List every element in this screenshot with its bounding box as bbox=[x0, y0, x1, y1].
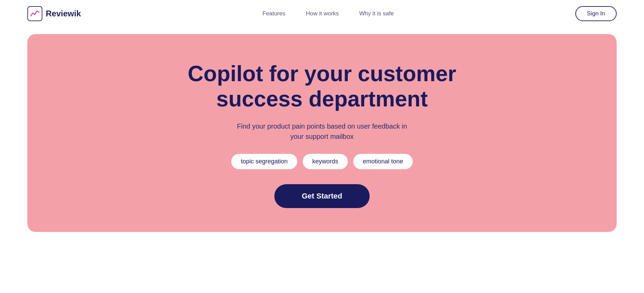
tags-row: topic segregation keywords emotional ton… bbox=[231, 154, 413, 169]
tag-emotional-tone: emotional tone bbox=[353, 154, 413, 169]
nav-features[interactable]: Features bbox=[262, 10, 285, 17]
tag-keywords: keywords bbox=[303, 154, 348, 169]
hero-wrapper: Copilot for your customer success depart… bbox=[0, 27, 644, 246]
tag-topic-segregation: topic segregation bbox=[231, 154, 297, 169]
main-nav: Features How it works Why it is safe bbox=[262, 10, 394, 17]
header: Reviewik Features How it works Why it is… bbox=[0, 0, 644, 27]
hero-title: Copilot for your customer success depart… bbox=[168, 61, 476, 112]
logo-icon bbox=[27, 6, 42, 21]
hero-subtitle: Find your product pain points based on u… bbox=[233, 121, 411, 142]
sign-in-button[interactable]: Sign In bbox=[575, 6, 617, 21]
hero-card: Copilot for your customer success depart… bbox=[27, 34, 617, 232]
nav-why-safe[interactable]: Why it is safe bbox=[359, 10, 394, 17]
nav-how-it-works[interactable]: How it works bbox=[306, 10, 339, 17]
logo-area: Reviewik bbox=[27, 6, 81, 21]
logo-name: Reviewik bbox=[46, 9, 81, 18]
get-started-button[interactable]: Get Started bbox=[274, 184, 370, 208]
